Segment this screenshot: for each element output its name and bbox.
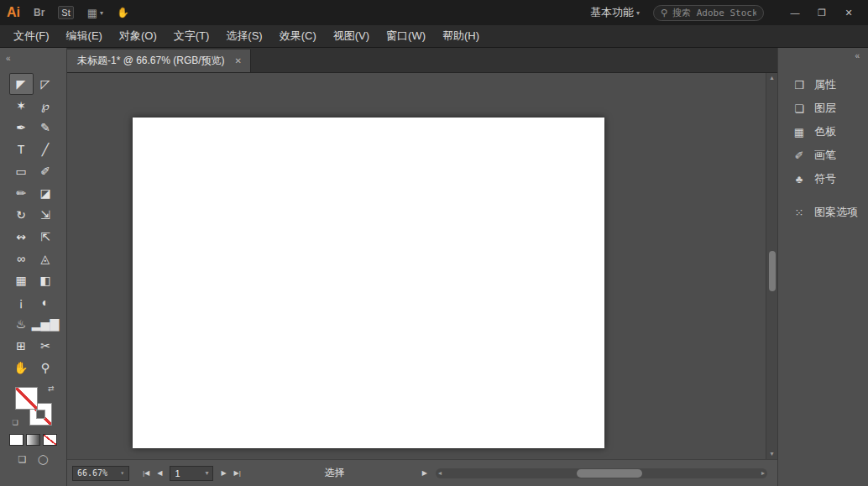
artboard-number-field[interactable]: 1 ▾ bbox=[170, 466, 213, 481]
search-icon: ⚲ bbox=[661, 8, 667, 18]
artboard[interactable] bbox=[133, 118, 604, 448]
previous-artboard-button[interactable]: ◀ bbox=[157, 469, 162, 477]
panel-button-pattern-options[interactable]: ⁙图案选项 bbox=[778, 201, 868, 224]
symbol-sprayer-tool[interactable]: ♨ bbox=[9, 313, 34, 335]
touch-workspace-icon[interactable]: ✋ bbox=[117, 7, 129, 18]
stock-button[interactable]: St bbox=[58, 6, 73, 19]
canvas-pasteboard[interactable] bbox=[67, 73, 766, 459]
direct-selection-tool[interactable]: ◸ bbox=[34, 73, 58, 95]
rectangle-tool[interactable]: ▭ bbox=[9, 160, 34, 182]
artboard-tool[interactable]: ⊞ bbox=[9, 335, 34, 357]
next-artboard-button[interactable]: ▶ bbox=[221, 469, 226, 477]
eraser-tool[interactable]: ◪ bbox=[34, 182, 58, 204]
panel-button-swatches[interactable]: ▦色板 bbox=[778, 120, 868, 144]
status-text: 选择 bbox=[325, 466, 345, 480]
eyedropper-tool[interactable]: ¡ bbox=[9, 291, 34, 313]
expand-panels-icon[interactable]: « bbox=[855, 51, 860, 73]
symbols-icon: ♣ bbox=[792, 173, 807, 186]
horizontal-scrollbar[interactable]: ◂ ▸ bbox=[436, 468, 767, 478]
layers-icon: ❏ bbox=[792, 102, 807, 115]
window-controls: — ❐ ✕ bbox=[782, 3, 861, 22]
slice-tool[interactable]: ✂ bbox=[34, 335, 58, 357]
arrange-documents-button[interactable]: ▦ ▾ bbox=[87, 7, 103, 19]
zoom-control[interactable]: 66.67% ▾ bbox=[72, 466, 129, 481]
menu-view[interactable]: 视图(V) bbox=[332, 27, 371, 45]
scroll-up-icon[interactable]: ▴ bbox=[770, 73, 773, 83]
scroll-down-icon[interactable]: ▾ bbox=[770, 449, 773, 459]
main-area: « ◤◸✶℘✒✎T╱▭✐✏◪↻⇲↭⇱∞◬▦◧¡◐♨▂▅▇⊞✂✋⚲ ⇄ ❏ ❏ ◯… bbox=[0, 48, 868, 486]
menu-help[interactable]: 帮助(H) bbox=[441, 27, 481, 45]
illustrator-logo: Ai bbox=[7, 5, 20, 20]
maximize-button[interactable]: ❐ bbox=[809, 3, 834, 22]
swap-fill-stroke-icon[interactable]: ⇄ bbox=[48, 384, 55, 393]
bridge-button[interactable]: Br bbox=[34, 7, 44, 18]
menu-effect[interactable]: 效果(C) bbox=[278, 27, 318, 45]
first-artboard-button[interactable]: |◀ bbox=[143, 469, 149, 477]
rotate-tool[interactable]: ↻ bbox=[9, 204, 34, 226]
menu-file[interactable]: 文件(F) bbox=[12, 27, 51, 45]
document-tab[interactable]: 未标题-1* @ 66.67% (RGB/预览) ✕ bbox=[67, 50, 251, 72]
minimize-button[interactable]: — bbox=[782, 3, 808, 22]
vertical-scrollbar[interactable]: ▴ ▾ bbox=[766, 73, 777, 459]
panel-label: 画笔 bbox=[814, 148, 836, 163]
magic-wand-tool[interactable]: ✶ bbox=[9, 95, 34, 117]
horizontal-scroll-thumb[interactable] bbox=[577, 469, 642, 478]
zoom-value: 66.67% bbox=[77, 468, 107, 478]
panel-label: 色板 bbox=[814, 124, 836, 139]
panel-dock-header: « bbox=[778, 48, 868, 73]
menu-window[interactable]: 窗口(W) bbox=[384, 27, 427, 45]
fill-stroke-indicator: ⇄ ❏ bbox=[15, 387, 52, 426]
lasso-tool[interactable]: ℘ bbox=[34, 95, 58, 117]
menu-object[interactable]: 对象(O) bbox=[118, 27, 159, 45]
curvature-tool[interactable]: ✎ bbox=[34, 117, 58, 138]
perspective-grid-tool[interactable]: ◬ bbox=[34, 248, 58, 269]
draw-modes-button[interactable]: ❏ bbox=[18, 454, 26, 465]
default-fill-stroke-icon[interactable]: ❏ bbox=[13, 419, 18, 426]
shape-builder-tool[interactable]: ∞ bbox=[9, 248, 34, 269]
gradient-button[interactable] bbox=[26, 434, 40, 446]
document-tabbar: 未标题-1* @ 66.67% (RGB/预览) ✕ bbox=[67, 48, 777, 73]
gradient-tool[interactable]: ◧ bbox=[34, 269, 58, 291]
scroll-right-icon[interactable]: ▸ bbox=[761, 468, 765, 478]
collapse-toolbar-icon[interactable]: « bbox=[6, 54, 11, 63]
none-button[interactable] bbox=[43, 434, 57, 446]
stroke-swatch-hole bbox=[36, 410, 45, 419]
panel-label: 属性 bbox=[814, 77, 836, 92]
width-tool[interactable]: ↭ bbox=[9, 226, 34, 248]
canvas-row: ▴ ▾ bbox=[67, 73, 777, 459]
draw-mode-row: ❏ ◯ bbox=[0, 454, 66, 465]
fill-swatch[interactable] bbox=[15, 387, 38, 410]
menu-edit[interactable]: 编辑(E) bbox=[65, 27, 104, 45]
brushes-icon: ✐ bbox=[792, 149, 807, 162]
blend-tool[interactable]: ◐ bbox=[34, 291, 58, 313]
selection-tool[interactable]: ◤ bbox=[9, 73, 34, 95]
type-tool[interactable]: T bbox=[9, 138, 34, 160]
panel-button-properties[interactable]: ❒属性 bbox=[778, 73, 868, 97]
last-artboard-button[interactable]: ▶| bbox=[234, 469, 241, 477]
tab-close-icon[interactable]: ✕ bbox=[235, 56, 242, 65]
scroll-left-icon[interactable]: ◂ bbox=[438, 468, 442, 478]
panel-button-brushes[interactable]: ✐画笔 bbox=[778, 144, 868, 167]
zoom-tool[interactable]: ⚲ bbox=[34, 357, 58, 379]
free-transform-tool[interactable]: ⇱ bbox=[34, 226, 58, 248]
menu-select[interactable]: 选择(S) bbox=[224, 27, 264, 45]
paintbrush-tool[interactable]: ✐ bbox=[34, 160, 58, 182]
shaper-tool[interactable]: ✏ bbox=[9, 182, 34, 204]
hand-tool[interactable]: ✋ bbox=[9, 357, 34, 379]
column-graph-tool[interactable]: ▂▅▇ bbox=[34, 313, 58, 335]
panel-button-layers[interactable]: ❏图层 bbox=[778, 97, 868, 120]
screen-mode-button[interactable]: ◯ bbox=[38, 454, 48, 465]
artboard-navigation: |◀ ◀ 1 ▾ ▶ ▶| bbox=[143, 466, 241, 481]
panel-button-symbols[interactable]: ♣符号 bbox=[778, 167, 868, 191]
close-button[interactable]: ✕ bbox=[836, 3, 861, 22]
mesh-tool[interactable]: ▦ bbox=[9, 269, 34, 291]
workspace-switcher[interactable]: 基本功能 ▾ bbox=[590, 5, 640, 20]
vertical-scroll-thumb[interactable] bbox=[769, 251, 776, 291]
menu-type[interactable]: 文字(T) bbox=[172, 27, 212, 45]
pen-tool[interactable]: ✒ bbox=[9, 117, 34, 138]
status-flyout-icon[interactable]: ▶ bbox=[422, 469, 427, 477]
line-segment-tool[interactable]: ╱ bbox=[34, 138, 58, 160]
search-input[interactable] bbox=[672, 8, 756, 18]
scale-tool[interactable]: ⇲ bbox=[34, 204, 58, 226]
color-button[interactable] bbox=[9, 434, 24, 446]
